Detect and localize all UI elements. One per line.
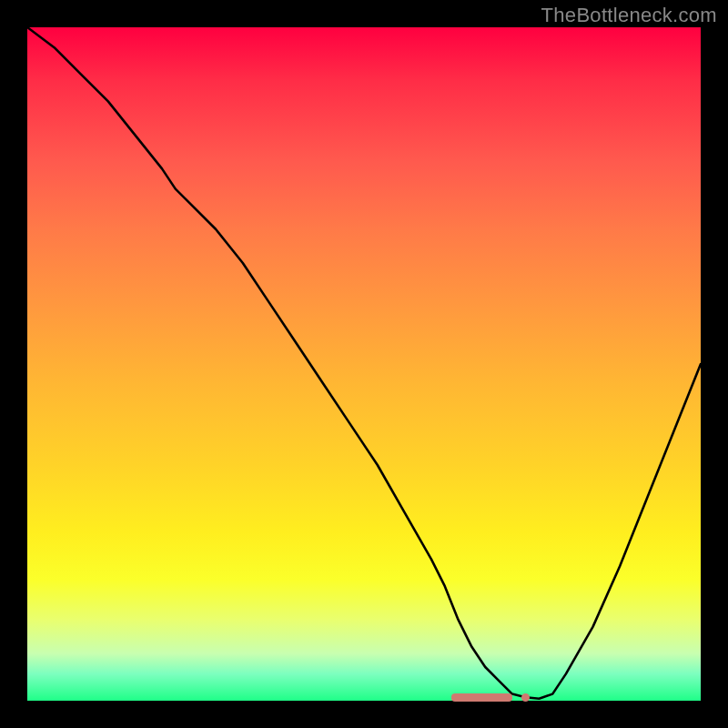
chart-area	[27, 27, 701, 701]
sweet-spot-marker	[451, 693, 512, 702]
chart-curve-svg	[27, 27, 701, 701]
bottleneck-curve	[27, 27, 701, 699]
watermark-text: TheBottleneck.com	[541, 4, 717, 27]
sweet-spot-end-dot	[521, 693, 530, 702]
